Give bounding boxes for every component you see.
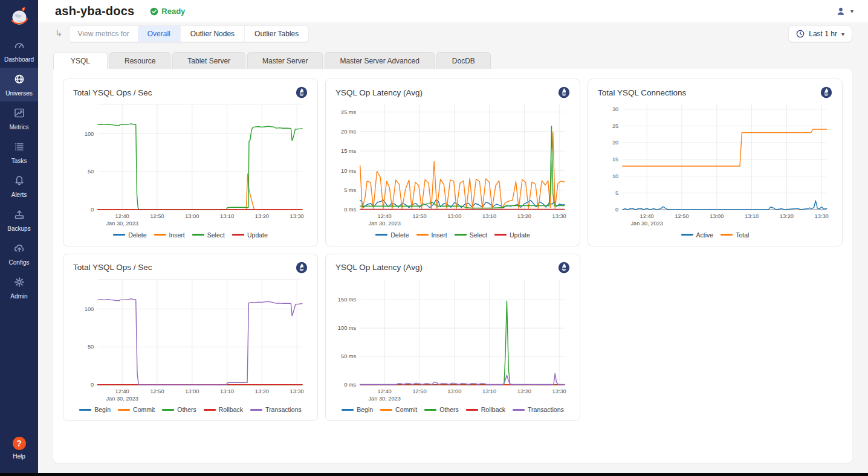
chart-legend: DeleteInsertSelectUpdate (334, 229, 571, 242)
svg-text:13:10: 13:10 (220, 213, 234, 219)
tab-docdb[interactable]: DocDB (436, 52, 491, 69)
chart-title: Total YSQL Connections (598, 88, 686, 97)
chart-plot[interactable]: 12:4012:5013:0013:1013:2013:300 ms50 ms1… (334, 275, 571, 404)
tab-master-server[interactable]: Master Server (247, 52, 323, 69)
legend-item-insert[interactable]: Insert (416, 231, 447, 239)
legend-item-delete[interactable]: Delete (375, 231, 409, 239)
svg-text:13:00: 13:00 (447, 213, 461, 219)
sidebar-item-dashboard[interactable]: Dashboard (0, 34, 38, 68)
svg-text:0: 0 (91, 382, 94, 388)
chart-plot[interactable]: 12:4012:5013:0013:1013:2013:300510152025… (597, 100, 834, 229)
svg-text:20 ms: 20 ms (341, 129, 357, 135)
legend-swatch (192, 234, 204, 236)
svg-text:Jan 30, 2023: Jan 30, 2023 (106, 220, 138, 227)
view-metrics-label: View metrics for (70, 26, 138, 42)
legend-item-rollback[interactable]: Rollback (466, 406, 505, 413)
legend-label: Others (177, 406, 196, 413)
legend-item-begin[interactable]: Begin (79, 406, 111, 413)
legend-label: Transactions (265, 406, 302, 413)
sidebar: DashboardUniversesMetricsTasksAlertsBack… (0, 0, 38, 473)
legend-item-begin[interactable]: Begin (342, 406, 373, 413)
legend-swatch (113, 234, 125, 236)
sidebar-item-configs[interactable]: Configs (0, 237, 38, 271)
sidebar-item-backups[interactable]: Backups (0, 203, 38, 237)
legend-label: Commit (133, 406, 155, 413)
legend-swatch (513, 409, 525, 411)
legend-item-insert[interactable]: Insert (154, 231, 185, 239)
legend-swatch (380, 409, 392, 411)
legend-item-commit[interactable]: Commit (380, 406, 417, 413)
legend-item-others[interactable]: Others (424, 406, 459, 413)
charts-grid: Total YSQL Ops / Sec12:4012:5013:0013:10… (53, 69, 852, 431)
svg-text:100: 100 (85, 131, 94, 137)
legend-swatch (162, 409, 174, 411)
svg-text:12:50: 12:50 (150, 388, 164, 394)
prometheus-link-icon[interactable] (558, 86, 570, 98)
svg-text:0 ms: 0 ms (344, 207, 356, 213)
legend-label: Begin (357, 406, 373, 413)
svg-text:Jan 30, 2023: Jan 30, 2023 (368, 220, 401, 227)
legend-label: Others (439, 406, 459, 413)
legend-label: Select (470, 231, 487, 239)
svg-text:0: 0 (615, 207, 618, 213)
legend-item-commit[interactable]: Commit (118, 406, 155, 413)
legend-item-rollback[interactable]: Rollback (204, 406, 243, 413)
help-icon: ? (13, 437, 26, 450)
legend-item-select[interactable]: Select (192, 231, 225, 239)
sidebar-item-help[interactable]: ? Help (0, 437, 38, 460)
chart-title: Total YSQL Ops / Sec (73, 88, 152, 97)
chart-plot[interactable]: 12:4012:5013:0013:1013:2013:30050100Jan … (72, 100, 309, 229)
legend-swatch (154, 234, 166, 236)
legend-swatch (342, 409, 354, 411)
legend-label: Commit (395, 406, 417, 413)
legend-item-transactions[interactable]: Transactions (513, 406, 564, 413)
sidebar-item-alerts[interactable]: Alerts (0, 169, 38, 203)
prometheus-link-icon[interactable] (296, 262, 308, 274)
view-metrics-tab-overall[interactable]: Overall (138, 26, 180, 42)
clock-icon (796, 30, 805, 38)
svg-text:12:50: 12:50 (150, 213, 164, 219)
svg-text:0 ms: 0 ms (344, 382, 356, 388)
chart-legend: DeleteInsertSelectUpdate (72, 229, 309, 242)
prometheus-link-icon[interactable] (296, 86, 308, 98)
legend-item-others[interactable]: Others (162, 406, 196, 413)
view-metrics-tab-outlier-tables[interactable]: Outlier Tables (244, 26, 308, 42)
sidebar-item-metrics[interactable]: Metrics (0, 101, 38, 135)
legend-item-update[interactable]: Update (232, 231, 268, 239)
tab-tablet-server[interactable]: Tablet Server (172, 52, 245, 69)
metric-category-tabs: YSQLResourceTablet ServerMaster ServerMa… (53, 52, 852, 69)
yugabyte-logo-icon[interactable] (0, 0, 38, 34)
legend-item-transactions[interactable]: Transactions (250, 406, 302, 413)
legend-swatch (455, 234, 467, 236)
legend-item-delete[interactable]: Delete (113, 231, 146, 239)
legend-label: Insert (169, 231, 185, 239)
svg-text:13:10: 13:10 (482, 388, 496, 394)
prometheus-link-icon[interactable] (558, 262, 570, 274)
sidebar-item-tasks[interactable]: Tasks (0, 135, 38, 169)
svg-text:15 ms: 15 ms (341, 148, 357, 154)
tab-ysql[interactable]: YSQL (53, 52, 108, 69)
chart-plot[interactable]: 12:4012:5013:0013:1013:2013:300 ms5 ms10… (334, 100, 571, 229)
legend-item-select[interactable]: Select (455, 231, 487, 239)
series-line-insert (98, 174, 302, 210)
tab-master-server-advanced[interactable]: Master Server Advanced (325, 52, 434, 69)
prometheus-link-icon[interactable] (820, 86, 832, 98)
legend-label: Rollback (481, 406, 505, 413)
chart-card: Total YSQL Ops / Sec12:4012:5013:0013:10… (63, 79, 318, 246)
tab-resource[interactable]: Resource (109, 52, 170, 69)
user-menu[interactable]: ▾ (835, 5, 853, 18)
svg-text:10 ms: 10 ms (341, 168, 357, 174)
time-range-button[interactable]: Last 1 hr ▾ (788, 25, 852, 42)
legend-label: Update (510, 231, 530, 239)
legend-item-update[interactable]: Update (494, 231, 530, 239)
svg-text:12:40: 12:40 (378, 213, 392, 219)
chart-card: YSQL Op Latency (Avg)12:4012:5013:0013:1… (325, 79, 580, 246)
view-metrics-tab-outlier-nodes[interactable]: Outlier Nodes (180, 26, 244, 42)
sidebar-item-admin[interactable]: Admin (0, 271, 38, 304)
legend-item-total[interactable]: Total (721, 231, 749, 239)
user-avatar-icon (835, 5, 847, 18)
sidebar-item-universes[interactable]: Universes (0, 68, 38, 101)
chart-plot[interactable]: 12:4012:5013:0013:1013:2013:30050100Jan … (72, 275, 309, 404)
chart-title: Total YSQL Ops / Sec (73, 263, 152, 272)
legend-item-active[interactable]: Active (681, 231, 714, 239)
